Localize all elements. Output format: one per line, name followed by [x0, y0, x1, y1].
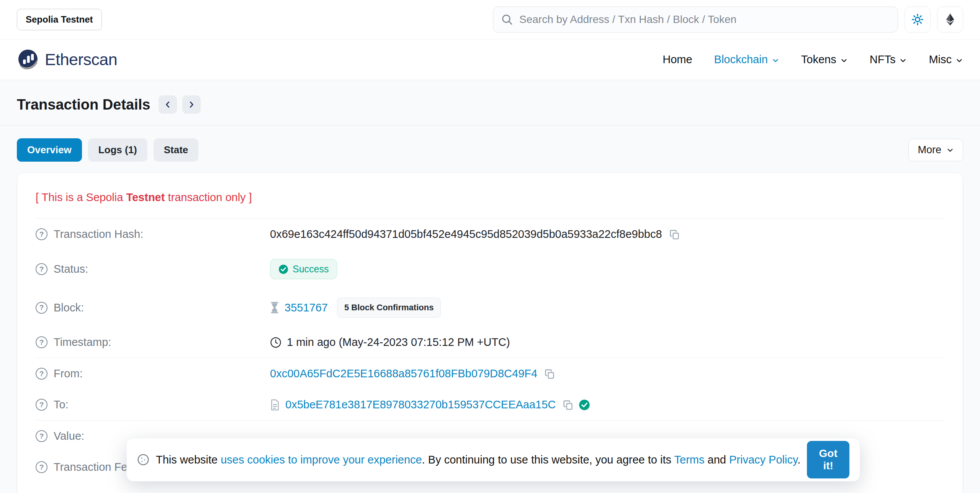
- page-title: Transaction Details: [17, 97, 150, 113]
- etherscan-logo[interactable]: Etherscan: [17, 49, 117, 71]
- row-status: ? Status: Success: [36, 250, 944, 288]
- notice-text: [ This is a Sepolia: [36, 191, 126, 203]
- help-icon[interactable]: ?: [36, 263, 47, 275]
- status-text: Success: [293, 264, 329, 275]
- nav-item-blockchain[interactable]: Blockchain: [714, 53, 779, 66]
- cookie-text: . By continuing to use this website, you…: [422, 454, 674, 466]
- next-transaction-button[interactable]: [182, 95, 201, 114]
- block-confirmations-badge: 5 Block Confirmations: [337, 298, 441, 318]
- label-text: Block:: [54, 301, 84, 314]
- privacy-policy-link[interactable]: Privacy Policy: [729, 454, 797, 466]
- copy-icon: [563, 400, 573, 410]
- row-value: 0x69e163c424ff50d94371d05bf452e4945c95d8…: [270, 228, 680, 241]
- from-address-link[interactable]: 0xc00A65FdC2E5E16688a85761f08FBb079D8C49…: [270, 367, 537, 380]
- copy-icon: [669, 229, 680, 240]
- row-value: 0xc00A65FdC2E5E16688a85761f08FBb079D8C49…: [270, 367, 555, 380]
- to-address-link[interactable]: 0x5beE781e3817E8978033270b159537CCEEAaa1…: [285, 398, 556, 411]
- help-icon[interactable]: ?: [36, 302, 47, 314]
- copy-icon: [544, 369, 555, 379]
- chevron-down-icon: [840, 57, 848, 64]
- tabs-row: Overview Logs (1) State More: [0, 126, 980, 162]
- notice-text: transaction only ]: [165, 191, 252, 203]
- network-switch-button[interactable]: [937, 7, 963, 33]
- help-icon[interactable]: ?: [36, 336, 47, 348]
- row-value: 0x5beE781e3817E8978033270b159537CCEEAaa1…: [270, 398, 590, 411]
- cookie-text: .: [797, 454, 800, 466]
- label-text: Timestamp:: [54, 336, 111, 349]
- etherscan-logo-icon: [17, 49, 39, 71]
- row-value: 3551767 5 Block Confirmations: [270, 298, 441, 318]
- row-label: ? Transaction Hash:: [36, 228, 270, 241]
- theme-toggle-button[interactable]: [905, 7, 931, 33]
- top-header: Sepolia Testnet: [0, 0, 980, 39]
- tab-logs[interactable]: Logs (1): [88, 138, 147, 162]
- cookie-icon: [137, 454, 149, 466]
- search-icon: [501, 13, 513, 26]
- block-number-link[interactable]: 3551767: [285, 301, 328, 314]
- label-text: From:: [54, 367, 83, 380]
- help-icon[interactable]: ?: [36, 461, 47, 473]
- label-text: To:: [54, 398, 69, 411]
- nav-label: Blockchain: [714, 53, 768, 66]
- cookie-text: and: [704, 454, 729, 466]
- label-text: Transaction Hash:: [54, 228, 143, 241]
- more-label: More: [918, 144, 941, 156]
- help-icon[interactable]: ?: [36, 399, 47, 411]
- row-value: Success: [270, 259, 337, 279]
- chevron-down-icon: [772, 57, 779, 64]
- status-badge: Success: [270, 259, 337, 279]
- ethereum-icon: [943, 13, 957, 26]
- cookie-text: This website: [156, 454, 221, 466]
- copy-button[interactable]: [563, 400, 573, 410]
- clock-icon: [270, 337, 281, 348]
- row-label: ? Block:: [36, 301, 270, 314]
- tab-state[interactable]: State: [154, 138, 199, 162]
- search-input[interactable]: [519, 13, 890, 26]
- copy-button[interactable]: [669, 229, 680, 240]
- nav-label: NFTs: [870, 53, 896, 66]
- row-transaction-hash: ? Transaction Hash: 0x69e163c424ff50d943…: [36, 219, 944, 250]
- help-icon[interactable]: ?: [36, 430, 47, 442]
- cookie-accept-button[interactable]: Got it!: [807, 441, 849, 478]
- help-icon[interactable]: ?: [36, 228, 47, 240]
- terms-link[interactable]: Terms: [674, 454, 705, 466]
- nav-items: Home Blockchain Tokens NFTs Misc: [663, 53, 963, 66]
- label-text: Value:: [54, 430, 84, 442]
- row-value: 1 min ago (May-24-2023 07:15:12 PM +UTC): [270, 336, 510, 349]
- topbar-right: [493, 7, 963, 33]
- nav-item-home[interactable]: Home: [663, 53, 692, 66]
- timestamp-value: 1 min ago (May-24-2023 07:15:12 PM +UTC): [287, 336, 510, 349]
- network-selector-button[interactable]: Sepolia Testnet: [17, 9, 102, 30]
- more-dropdown-button[interactable]: More: [908, 139, 963, 161]
- chevron-down-icon: [955, 57, 963, 64]
- page-head: Transaction Details: [0, 80, 980, 125]
- row-label: ? Timestamp:: [36, 336, 270, 349]
- cookie-policy-link[interactable]: uses cookies to improve your experience: [221, 454, 422, 466]
- previous-transaction-button[interactable]: [159, 95, 177, 114]
- chevron-down-icon: [946, 146, 954, 154]
- row-to: ? To: 0x5beE781e3817E8978033270b159537CC…: [36, 389, 944, 420]
- search-box[interactable]: [493, 7, 898, 33]
- help-icon[interactable]: ?: [36, 368, 47, 380]
- brand-name: Etherscan: [45, 50, 117, 69]
- nav-item-tokens[interactable]: Tokens: [801, 53, 848, 66]
- nav-item-nfts[interactable]: NFTs: [870, 53, 907, 66]
- nav-item-misc[interactable]: Misc: [929, 53, 963, 66]
- transaction-hash-value: 0x69e163c424ff50d94371d05bf452e4945c95d8…: [270, 228, 662, 241]
- notice-bold: Testnet: [126, 191, 165, 203]
- copy-button[interactable]: [544, 369, 555, 379]
- verified-check-icon: [579, 399, 590, 411]
- tab-overview[interactable]: Overview: [17, 138, 82, 162]
- cookie-consent-banner: This website uses cookies to improve you…: [126, 438, 860, 482]
- nav-label: Home: [663, 53, 692, 66]
- main-nav: Etherscan Home Blockchain Tokens NFTs Mi…: [0, 39, 980, 80]
- row-timestamp: ? Timestamp: 1 min ago (May-24-2023 07:1…: [36, 327, 944, 358]
- testnet-notice: [ This is a Sepolia Testnet transaction …: [36, 191, 944, 204]
- nav-label: Misc: [929, 53, 952, 66]
- row-label: ? From:: [36, 367, 270, 380]
- hourglass-icon: [270, 301, 279, 314]
- row-label: ? Status:: [36, 263, 270, 275]
- chevron-left-icon: [164, 100, 172, 109]
- label-text: Transaction Fee:: [54, 461, 137, 473]
- cookie-message: This website uses cookies to improve you…: [156, 454, 800, 466]
